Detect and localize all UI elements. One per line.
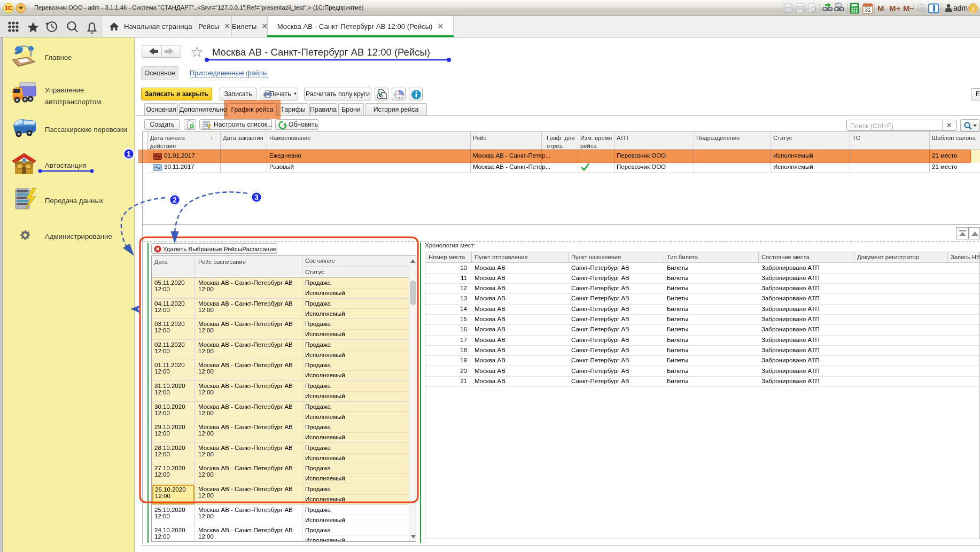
svg-text:1С: 1С <box>5 5 12 11</box>
svg-text:adm: adm <box>953 4 968 12</box>
svg-text:M: M <box>877 4 884 13</box>
svg-text:31: 31 <box>865 7 871 13</box>
svg-text:i: i <box>972 5 974 13</box>
svg-text:M−: M− <box>903 4 914 13</box>
svg-text:M+: M+ <box>889 4 900 13</box>
